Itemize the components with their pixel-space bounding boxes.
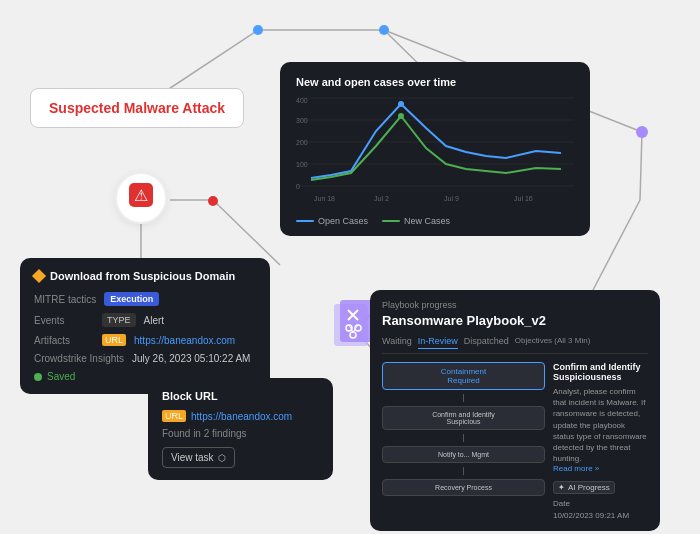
events-row: Events TYPE Alert <box>34 313 256 327</box>
tab-objectives[interactable]: Objectives (All 3 Min) <box>515 334 591 349</box>
ai-label: AI Progress <box>568 483 610 492</box>
saved-text: Saved <box>47 371 75 382</box>
connector-dot-2 <box>379 25 389 35</box>
tab-inreview[interactable]: In-Review <box>418 334 458 349</box>
chart-title: New and open cases over time <box>296 76 574 88</box>
svg-line-5 <box>213 200 280 265</box>
flow-connector-2 <box>463 434 464 442</box>
ai-icon: ✦ <box>558 483 565 492</box>
artifacts-label: Artifacts <box>34 335 94 346</box>
block-url-icon: URL <box>162 410 186 422</box>
legend-new-color <box>382 220 400 222</box>
svg-line-7 <box>593 200 640 290</box>
tab-dispatched[interactable]: Dispatched <box>464 334 509 349</box>
playbook-title: Ransomware Playbook_v2 <box>382 313 648 328</box>
legend-new: New Cases <box>382 216 450 226</box>
external-link-icon: ⬡ <box>218 453 226 463</box>
flow-connector-1 <box>463 394 464 402</box>
mitre-row: MITRE tactics Execution <box>34 292 256 306</box>
crowdstrike-label: Crowdstrike Insights <box>34 353 124 364</box>
flow-step-1: ContainmentRequired <box>382 362 545 390</box>
playbook-body: ContainmentRequired Confirm and Identify… <box>382 362 648 521</box>
chart-card: New and open cases over time 0 100 200 3… <box>280 62 590 236</box>
svg-text:Jul 2: Jul 2 <box>374 195 389 202</box>
svg-text:Jul 16: Jul 16 <box>514 195 533 202</box>
mitre-badge: Execution <box>104 292 159 306</box>
flow-step-3: Notify to... Mgmt <box>382 446 545 463</box>
playbook-meta: Playbook progress <box>382 300 648 310</box>
sidebar-body: Analyst, please confirm that incident is… <box>553 386 648 464</box>
block-url-row: URL https://baneandox.com <box>162 410 319 422</box>
svg-text:400: 400 <box>296 97 308 104</box>
ai-tag: ✦ AI Progress <box>553 481 615 494</box>
flow-step-4: Recovery Process <box>382 479 545 496</box>
read-more-link[interactable]: Read more » <box>553 464 599 473</box>
events-value: Alert <box>144 315 165 326</box>
svg-text:100: 100 <box>296 161 308 168</box>
malware-card-title: Suspected Malware Attack <box>49 100 225 116</box>
connector-dot-red <box>208 196 218 206</box>
mitre-label: MITRE tactics <box>34 294 96 305</box>
view-task-label: View task <box>171 452 214 463</box>
ai-date: Date10/02/2023 09:21 AM <box>553 498 648 520</box>
flow-step-2: Confirm and IdentifySuspicious <box>382 406 545 430</box>
events-label: Events <box>34 315 94 326</box>
svg-text:Jul 9: Jul 9 <box>444 195 459 202</box>
saved-dot <box>34 373 42 381</box>
legend-open-color <box>296 220 314 222</box>
svg-text:200: 200 <box>296 139 308 146</box>
connector-dot-1 <box>253 25 263 35</box>
svg-line-8 <box>640 132 642 200</box>
orange-diamond-icon <box>32 269 46 283</box>
block-url-title: Block URL <box>162 390 319 402</box>
artifacts-row: Artifacts URL https://baneandox.com <box>34 334 256 346</box>
findings-text: Found in 2 findings <box>162 428 319 439</box>
warning-icon: ⚠ <box>127 181 155 215</box>
download-panel: Download from Suspicious Domain MITRE ta… <box>20 258 270 394</box>
svg-rect-30 <box>340 300 374 342</box>
playbook-tabs: Waiting In-Review Dispatched Objectives … <box>382 334 648 354</box>
crowdstrike-value: July 26, 2023 05:10:22 AM <box>132 353 250 364</box>
connector-dot-purple <box>636 126 648 138</box>
malware-attack-card: Suspected Malware Attack <box>30 88 244 128</box>
crowdstrike-row: Crowdstrike Insights July 26, 2023 05:10… <box>34 353 256 364</box>
legend-open: Open Cases <box>296 216 368 226</box>
chart-legend: Open Cases New Cases <box>296 216 574 226</box>
flow-connector-3 <box>463 467 464 475</box>
artifacts-url: https://baneandox.com <box>134 335 235 346</box>
svg-point-27 <box>398 101 404 107</box>
svg-text:300: 300 <box>296 117 308 124</box>
events-type: TYPE <box>102 313 136 327</box>
warning-icon-circle: ⚠ <box>115 172 167 224</box>
panel-title: Download from Suspicious Domain <box>50 270 235 282</box>
url-icon: URL <box>102 334 126 346</box>
svg-text:⚠: ⚠ <box>134 187 148 204</box>
block-url-panel: Block URL URL https://baneandox.com Foun… <box>148 378 333 480</box>
svg-point-28 <box>398 113 404 119</box>
playbook-sidebar: Confirm and Identify Suspiciousness Anal… <box>553 362 648 521</box>
view-task-button[interactable]: View task ⬡ <box>162 447 235 468</box>
tab-waiting[interactable]: Waiting <box>382 334 412 349</box>
playbook-flow: ContainmentRequired Confirm and Identify… <box>382 362 545 521</box>
playbook-card: Playbook progress Ransomware Playbook_v2… <box>370 290 660 531</box>
sidebar-section-title: Confirm and Identify Suspiciousness <box>553 362 648 382</box>
block-url-value: https://baneandox.com <box>191 411 292 422</box>
panel-header: Download from Suspicious Domain <box>34 270 256 282</box>
svg-text:0: 0 <box>296 183 300 190</box>
svg-text:Jun 18: Jun 18 <box>314 195 335 202</box>
